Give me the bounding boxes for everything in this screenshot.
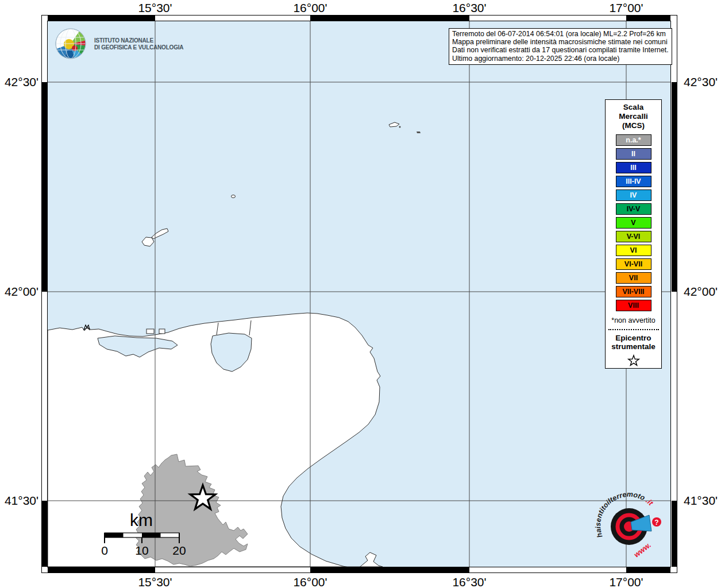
- scalebar-tick-10: 10: [135, 544, 148, 557]
- axis-label-top-1700: 17°00': [592, 1, 661, 15]
- mercalli-legend: Scala Mercalli (MCS) n.a.* II III III-IV…: [605, 99, 662, 369]
- legend-epicenter-label: Epicentro strumentale: [611, 334, 656, 351]
- axis-label-bottom-1630: 16°30': [435, 575, 504, 588]
- frame-band: [48, 567, 155, 572]
- axis-label-top-1600: 16°00': [276, 1, 345, 15]
- axis-label-right-4230: 42°30': [684, 75, 721, 89]
- legend-swatch-viii: VIII: [616, 300, 651, 311]
- scalebar-unit-label: km: [130, 510, 153, 529]
- ingv-brand: ISTITUTO NAZIONALE DI GEOFISICA E VULCAN…: [55, 26, 183, 62]
- haisentitoilterremoto-logo: ? haisentitoilterremoto .it www.: [595, 491, 666, 564]
- scalebar-tick-20: 20: [172, 544, 186, 557]
- info-line-updated: Ultimo aggiornamento: 20-12-2025 22:46 (…: [452, 55, 669, 63]
- frame-band: [42, 501, 47, 567]
- legend-footnote: *non avvertito: [611, 316, 655, 324]
- frame-band: [310, 16, 469, 21]
- axis-label-top-1630: 16°30': [435, 1, 504, 15]
- lagoon-channel-mark: [159, 329, 165, 334]
- frame-band: [672, 82, 677, 292]
- axis-label-right-4200: 42°00': [684, 285, 721, 299]
- frame-band: [310, 567, 469, 572]
- haisentito-logo-icon: ? haisentitoilterremoto .it www.: [595, 491, 666, 562]
- axis-label-bottom-1700: 17°00': [592, 575, 661, 588]
- legend-swatch-ii: II: [616, 148, 651, 160]
- question-mark: ?: [654, 519, 658, 527]
- macroseismic-map-page: 15°30' 16°00' 16°30' 17°00' 15°30' 16°00…: [0, 0, 721, 588]
- earthquake-info-box: Terremoto del 06-07-2014 06:54:01 (ora l…: [449, 28, 672, 65]
- legend-swatches: n.a.* II III III-IV IV IV-V V V-VI VI VI…: [616, 134, 651, 311]
- map-canvas: km 0 10 20: [48, 21, 670, 567]
- legend-swatch-v-vi: V-VI: [616, 231, 651, 242]
- legend-divider: [608, 329, 659, 330]
- legend-swatch-vii: VII: [616, 272, 651, 284]
- axis-label-left-4230: 42°30': [0, 75, 38, 89]
- axis-label-left-4130: 41°30': [0, 494, 38, 508]
- legend-swatch-vii-viii: VII-VIII: [616, 286, 651, 297]
- scalebar-tick-0: 0: [101, 544, 108, 557]
- legend-swatch-iv: IV: [616, 189, 651, 201]
- axis-label-bottom-1530: 15°30': [121, 575, 190, 588]
- epicenter-star-icon: [626, 354, 641, 368]
- frame-band: [672, 501, 677, 567]
- ingv-line-1: ISTITUTO NAZIONALE: [94, 37, 183, 44]
- axis-label-bottom-1600: 16°00': [276, 575, 345, 588]
- legend-swatch-iv-v: IV-V: [616, 203, 651, 215]
- legend-swatch-iii: III: [616, 162, 651, 173]
- axis-label-left-4200: 42°00': [0, 285, 38, 299]
- ingv-globe-logo-icon: [55, 26, 88, 62]
- small-island: [232, 195, 236, 198]
- legend-title: Scala Mercalli (MCS): [619, 103, 647, 130]
- islet-dot: [417, 131, 421, 133]
- legend-swatch-vi-vii: VI-VII: [616, 258, 651, 270]
- islet-dot: [399, 126, 401, 128]
- frame-band: [626, 567, 670, 572]
- legend-swatch-vi: VI: [616, 245, 651, 256]
- info-line-map-desc: Mappa preliminare delle intensità macros…: [452, 38, 669, 46]
- map-svg: km 0 10 20: [48, 21, 670, 567]
- lagoon-channel-mark: [146, 329, 154, 334]
- ingv-line-2: DI GEOFISICA E VULCANOLOGIA: [94, 44, 183, 51]
- axis-label-right-4130: 41°30': [684, 494, 721, 508]
- tremiti-island-san-domino: [142, 237, 154, 246]
- frame-band: [626, 16, 670, 21]
- legend-swatch-v: V: [616, 217, 651, 229]
- tremiti-island-caprara: [152, 229, 168, 239]
- info-line-event: Terremoto del 06-07-2014 06:54:01 (ora l…: [452, 30, 669, 38]
- ingv-wordmark: ISTITUTO NAZIONALE DI GEOFISICA E VULCAN…: [94, 37, 183, 51]
- axis-label-top-1530: 15°30': [121, 1, 190, 15]
- legend-swatch-na: n.a.*: [616, 134, 651, 146]
- frame-band: [48, 16, 155, 21]
- frame-band: [42, 82, 47, 292]
- info-line-questionnaires: Dati non verificati estratti da 17 quest…: [452, 46, 669, 54]
- pianosa-island: [389, 122, 399, 127]
- legend-swatch-iii-iv: III-IV: [616, 176, 651, 187]
